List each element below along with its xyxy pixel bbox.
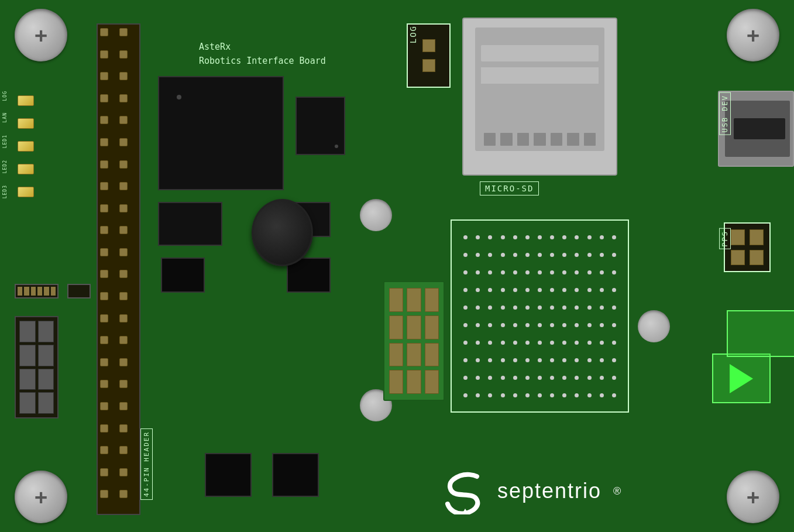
dot-103 (600, 358, 604, 362)
led-led3-label: LED3 (2, 185, 8, 198)
secondary-ic-chip (295, 97, 345, 155)
pps-connector (724, 222, 771, 272)
microsd-stripe-2 (481, 67, 599, 84)
dot-116 (600, 376, 604, 380)
dot-60 (550, 306, 554, 310)
led-lan (18, 118, 34, 129)
green-pin-7 (389, 343, 403, 367)
dot-30 (501, 270, 505, 274)
green-pin-8 (407, 343, 421, 367)
header-pin-30 (119, 336, 128, 344)
header-pin-41 (100, 468, 108, 476)
dot-15 (476, 253, 480, 257)
dot-97 (525, 358, 530, 362)
header-pin-8 (119, 94, 128, 102)
mounting-hole-3 (638, 310, 670, 342)
header-pin-40 (119, 446, 128, 454)
pps-pin-2 (750, 229, 764, 245)
dot-109 (513, 376, 517, 380)
pps-pin-3 (731, 250, 745, 266)
dot-123 (525, 393, 530, 397)
dot-125 (550, 393, 554, 397)
header-pin-20 (119, 226, 128, 234)
dot-72 (538, 323, 542, 327)
dot-76 (587, 323, 592, 327)
dot-9 (562, 235, 566, 239)
dot-29 (488, 270, 492, 274)
dot-81 (488, 341, 492, 345)
microsd-contact-7 (584, 133, 596, 146)
dot-122 (513, 393, 517, 397)
dot-75 (575, 323, 579, 327)
header-pin-1 (100, 28, 108, 36)
header-pin-32 (119, 358, 128, 366)
dot-63 (587, 306, 592, 310)
header-pin-34 (119, 380, 128, 388)
dot-17 (501, 253, 505, 257)
dot-40 (463, 288, 468, 292)
header-pin-26 (119, 292, 128, 300)
dot-5 (513, 235, 517, 239)
dot-105 (463, 376, 468, 380)
microsd-contact-6 (567, 133, 579, 146)
dot-2 (476, 235, 480, 239)
dot-71 (525, 323, 530, 327)
dot-119 (476, 393, 480, 397)
led-led1-label: LED1 (2, 135, 8, 148)
dot-23 (575, 253, 579, 257)
dot-62 (575, 306, 579, 310)
inductor-component (252, 199, 313, 266)
small-conn-pin-3 (31, 287, 36, 296)
dot-27 (463, 270, 468, 274)
conn-pin-4 (38, 345, 54, 366)
header-pin-44 (119, 490, 128, 498)
dot-127 (575, 393, 579, 397)
green-pin-4 (389, 315, 403, 339)
small-connector-left-middle (67, 284, 91, 298)
microsd-contacts (484, 131, 596, 148)
dot-78 (612, 323, 616, 327)
microsd-card-area (475, 28, 604, 151)
dot-47 (550, 288, 554, 292)
conn-pin-7 (19, 392, 36, 414)
small-chip-1 (158, 202, 222, 246)
dot-93 (476, 358, 480, 362)
dot-88 (575, 341, 579, 345)
green-led-arrow-icon (730, 364, 753, 393)
led-led3 (18, 187, 34, 197)
header-pin-14 (119, 160, 128, 169)
dot-13 (612, 235, 616, 239)
dot-79 (463, 341, 468, 345)
dot-102 (587, 358, 592, 362)
dot-89 (587, 341, 592, 345)
secondary-ic-pin1 (335, 145, 338, 148)
board-title: AsteRx Robotics Interface Board (199, 40, 326, 68)
header-label: 44-PIN HEADER (140, 428, 153, 500)
dot-41 (476, 288, 480, 292)
dot-25 (600, 253, 604, 257)
dot-38 (600, 270, 604, 274)
header-pin-9 (100, 116, 108, 124)
header-pin-38 (119, 424, 128, 433)
small-connector-left-bottom (15, 316, 59, 418)
dot-18 (513, 253, 517, 257)
small-conn-pin-1 (18, 287, 22, 296)
dot-39 (612, 270, 616, 274)
header-pin-10 (119, 116, 128, 124)
dot-106 (476, 376, 480, 380)
mounting-hole-1 (360, 199, 392, 231)
dot-3 (488, 235, 492, 239)
dot-53 (463, 306, 468, 310)
dot-83 (513, 341, 517, 345)
bottom-ic-1 (205, 453, 252, 497)
usb-dev-housing (725, 101, 790, 157)
dot-98 (538, 358, 542, 362)
green-pin-3 (425, 288, 439, 312)
header-pin-23 (100, 270, 108, 278)
septentrio-logo: septentrio ® (445, 468, 621, 514)
dot-114 (575, 376, 579, 380)
dot-10 (575, 235, 579, 239)
dot-24 (587, 253, 592, 257)
microsd-label: MICRO-SD (480, 181, 539, 195)
header-pin-11 (100, 138, 108, 146)
